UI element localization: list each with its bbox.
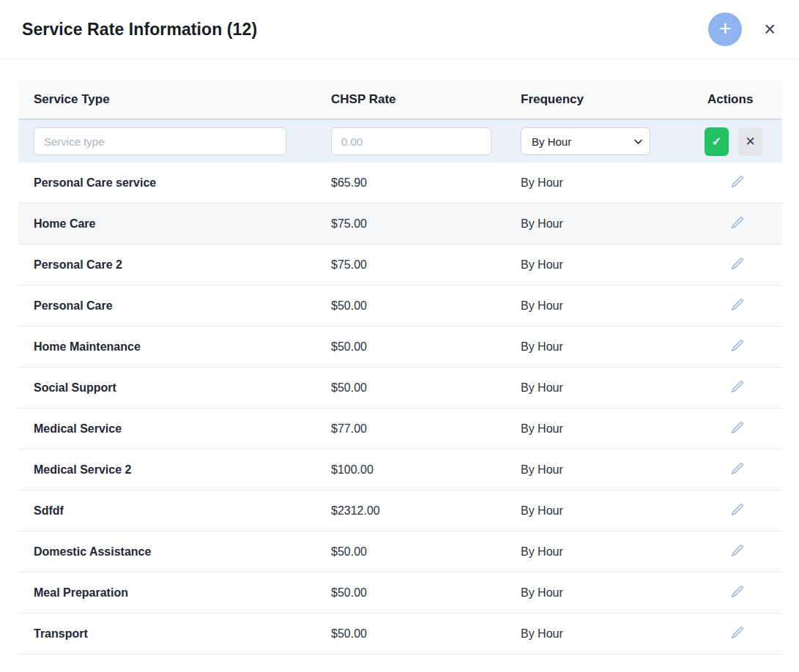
chsp-rate-value: $50.00 <box>316 299 505 313</box>
chsp-rate-input[interactable] <box>331 127 491 155</box>
column-header-service-type: Service Type <box>18 92 316 107</box>
service-type-value: Domestic Assistance <box>18 545 316 559</box>
table-row: Sdfdf $2312.00 By Hour <box>18 490 782 531</box>
page-title: Service Rate Information (12) <box>22 20 257 40</box>
service-type-value: Meal Preparation <box>18 586 316 600</box>
frequency-value: By Hour <box>505 340 692 354</box>
service-type-value: Personal Care <box>18 299 316 313</box>
service-type-value: Home Maintenance <box>18 340 316 354</box>
cancel-button[interactable]: ✕ <box>738 127 762 156</box>
edit-button[interactable] <box>729 337 746 354</box>
save-button[interactable]: ✓ <box>705 127 729 156</box>
chsp-rate-value: $77.00 <box>316 422 505 436</box>
pencil-icon <box>730 503 744 517</box>
service-type-value: Home Care <box>18 217 316 231</box>
edit-button[interactable] <box>729 255 746 272</box>
service-type-input[interactable] <box>34 127 286 155</box>
table-row: Social Support $50.00 By Hour <box>18 367 782 408</box>
service-type-value: Medical Service 2 <box>18 463 316 477</box>
edit-button[interactable] <box>729 501 746 518</box>
frequency-select[interactable]: By Hour <box>521 127 650 155</box>
table-row: Transport $50.00 By Hour <box>18 613 782 654</box>
column-header-frequency: Frequency <box>505 92 692 107</box>
chsp-rate-value: $50.00 <box>316 545 505 559</box>
pencil-icon <box>730 462 744 476</box>
table-row: Personal Care service $65.90 By Hour <box>18 163 782 204</box>
pencil-icon <box>730 298 744 312</box>
column-header-actions: Actions <box>692 92 782 107</box>
table-row: Personal Care 2 $75.00 By Hour <box>18 244 782 285</box>
service-type-value: Personal Care service <box>18 176 316 190</box>
edit-button[interactable] <box>729 583 746 600</box>
service-type-value: Transport <box>18 627 316 641</box>
frequency-value: By Hour <box>505 627 692 641</box>
table-row: Medical Service $77.00 By Hour <box>18 408 782 449</box>
x-icon: ✕ <box>745 134 755 149</box>
pencil-icon <box>730 216 744 230</box>
chsp-rate-value: $100.00 <box>316 463 505 477</box>
frequency-value: By Hour <box>505 422 692 436</box>
chsp-rate-value: $2312.00 <box>316 504 505 518</box>
pencil-icon <box>730 421 744 435</box>
chsp-rate-value: $65.90 <box>316 176 505 190</box>
service-type-value: Sdfdf <box>18 504 316 518</box>
frequency-value: By Hour <box>505 176 692 190</box>
edit-button[interactable] <box>729 296 746 313</box>
table-row: Home Care $75.00 By Hour <box>18 204 782 244</box>
service-type-value: Social Support <box>18 381 316 395</box>
new-service-rate-row: By Hour ✓ ✕ <box>18 120 782 163</box>
close-button[interactable]: × <box>764 20 776 40</box>
frequency-value: By Hour <box>505 217 692 231</box>
header-bar: Service Rate Information (12) + × <box>0 0 799 59</box>
chsp-rate-value: $75.00 <box>316 217 505 231</box>
column-header-chsp-rate: CHSP Rate <box>316 92 505 107</box>
service-type-value: Personal Care 2 <box>18 258 316 272</box>
pencil-icon <box>730 626 744 640</box>
table-row: Domestic Assistance $50.00 By Hour <box>18 531 782 572</box>
table-row: Home Maintenance $50.00 By Hour <box>18 326 782 367</box>
service-rate-table: Service Type CHSP Rate Frequency Actions… <box>18 81 782 654</box>
table-header-row: Service Type CHSP Rate Frequency Actions <box>18 81 782 120</box>
close-icon: × <box>764 18 776 40</box>
chsp-rate-value: $50.00 <box>316 381 505 395</box>
service-type-value: Medical Service <box>18 422 316 436</box>
frequency-value: By Hour <box>505 586 692 600</box>
frequency-value: By Hour <box>505 463 692 477</box>
edit-button[interactable] <box>729 460 746 477</box>
pencil-icon <box>730 339 744 353</box>
chsp-rate-value: $75.00 <box>316 258 505 272</box>
edit-button[interactable] <box>729 542 746 559</box>
frequency-value: By Hour <box>505 504 692 518</box>
table-row: Meal Preparation $50.00 By Hour <box>18 572 782 613</box>
plus-icon: + <box>718 18 732 40</box>
pencil-icon <box>730 257 744 271</box>
edit-button[interactable] <box>729 624 746 641</box>
chsp-rate-value: $50.00 <box>316 340 505 354</box>
frequency-value: By Hour <box>505 299 692 313</box>
edit-button[interactable] <box>729 214 746 231</box>
chsp-rate-value: $50.00 <box>316 586 505 600</box>
edit-button[interactable] <box>729 378 746 395</box>
pencil-icon <box>730 585 744 599</box>
table-row: Personal Care $50.00 By Hour <box>18 285 782 326</box>
chsp-rate-value: $50.00 <box>316 627 505 641</box>
frequency-value: By Hour <box>505 545 692 559</box>
check-icon: ✓ <box>712 135 721 149</box>
frequency-value: By Hour <box>505 381 692 395</box>
pencil-icon <box>730 380 744 394</box>
pencil-icon <box>730 175 744 189</box>
edit-button[interactable] <box>729 419 746 436</box>
edit-button[interactable] <box>729 173 746 190</box>
table-row: Medical Service 2 $100.00 By Hour <box>18 449 782 490</box>
frequency-value: By Hour <box>505 258 692 272</box>
add-service-rate-button[interactable]: + <box>708 12 742 46</box>
pencil-icon <box>730 544 744 558</box>
